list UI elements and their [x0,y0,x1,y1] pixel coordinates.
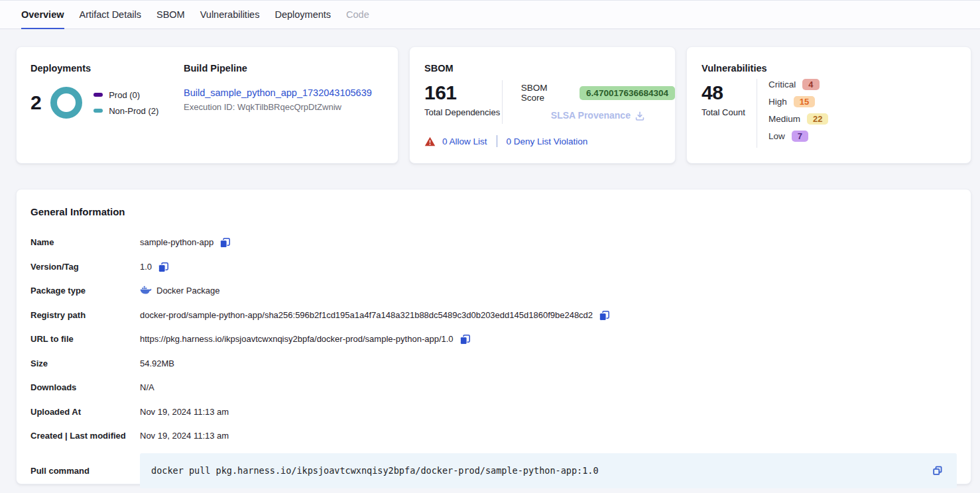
row-value: 54.92MB [140,358,174,368]
deployments-card: Deployments 2 Prod (0) Non-Prod (2) Buil… [16,46,398,164]
row-value: 1.0 [140,262,152,272]
copy-icon[interactable] [158,262,169,273]
row-label: Created | Last modified [31,431,140,441]
tab-sbom[interactable]: SBOM [156,1,185,29]
prod-legend-dot [93,93,103,97]
severity-label: Low [768,131,785,141]
tab-bar: Overview Artifact Details SBOM Vulnerabi… [0,0,980,29]
slsa-provenance-link[interactable]: SLSA Provenance [521,109,675,121]
deployments-title: Deployments [31,63,184,74]
row-label: URL to file [31,334,140,344]
sbom-total: 161 [424,82,502,104]
severity-row-high: High 15 [768,95,828,108]
row-value: docker-prod/sample-python-app/sha256:596… [140,310,593,320]
deployments-total: 2 [31,91,41,114]
severity-label: Medium [768,114,800,124]
severity-count-badge: 15 [794,96,815,107]
tab-artifact-details[interactable]: Artifact Details [80,1,141,29]
info-row-url: URL to file https://pkg.harness.io/ikpsj… [31,332,957,346]
info-row-size: Size 54.92MB [31,356,957,370]
info-row-name: Name sample-python-app [31,235,957,249]
row-label: Registry path [31,310,140,320]
row-value: Nov 19, 2024 11:13 am [140,431,229,441]
pull-command-row: Pull command docker pull pkg.harness.io/… [31,453,957,488]
sbom-links-divider [497,135,497,147]
sbom-total-label: Total Dependencies [424,107,502,117]
copy-icon[interactable] [219,237,231,248]
info-row-registry-path: Registry path docker-prod/sample-python-… [31,308,957,322]
severity-label: Critical [768,80,796,89]
severity-list: Critical 4 High 15 Medium 22 Low 7 [757,78,828,148]
legend-item-prod: Prod (0) [93,90,158,100]
allow-list-link[interactable]: 0 Allow List [442,137,487,146]
row-label: Version/Tag [31,262,140,272]
general-information-card: General Information Name sample-python-a… [16,189,971,484]
vulnerabilities-total-label: Total Count [702,107,757,117]
row-value: https://pkg.harness.io/ikpsjoavtcwxnqisy… [140,334,454,344]
info-row-uploaded-at: Uploaded At Nov 19, 2024 11:13 am [31,405,957,419]
legend-item-nonprod: Non-Prod (2) [93,106,158,116]
severity-row-medium: Medium 22 [768,112,828,125]
warning-icon [424,137,436,146]
row-label: Size [31,358,140,368]
row-value: Nov 19, 2024 11:13 am [140,407,229,417]
info-row-downloads: Downloads N/A [31,380,957,394]
build-pipeline-link[interactable]: Build_sample_python_app_1732043105639 [184,87,372,98]
row-label: Package type [31,286,140,296]
info-row-package-type: Package type Docker Package [31,284,957,298]
nonprod-legend-dot [93,109,103,113]
docker-icon [140,285,152,297]
row-label: Downloads [31,382,140,392]
sbom-score-badge: 6.470017636684304 [580,86,675,100]
severity-row-low: Low 7 [768,129,828,142]
severity-label: High [768,97,787,107]
build-pipeline-title: Build Pipeline [184,63,398,74]
severity-count-badge: 4 [802,79,819,90]
prod-legend-label: Prod (0) [109,90,140,100]
tab-code[interactable]: Code [346,1,369,29]
slsa-provenance-label: SLSA Provenance [551,110,631,121]
copy-icon[interactable] [459,334,471,345]
row-value: N/A [140,382,154,392]
severity-count-badge: 7 [792,131,808,142]
tab-overview[interactable]: Overview [21,1,64,29]
severity-row-critical: Critical 4 [768,78,828,91]
pull-command-text: docker pull pkg.harness.io/ikpsjoavtcwxn… [151,465,932,476]
vulnerabilities-title: Vulnerabilities [702,63,971,74]
tab-deployments[interactable]: Deployments [275,1,331,29]
info-row-version: Version/Tag 1.0 [31,260,957,274]
execution-id-text: Execution ID: WqkTilbBRqecQrpDtZwniw [184,102,398,112]
copy-outline-icon[interactable] [932,465,944,477]
pull-command-label: Pull command [31,466,140,476]
sbom-card: SBOM 161 Total Dependencies SBOM Score 6… [409,46,676,164]
sbom-title: SBOM [424,63,675,74]
severity-count-badge: 22 [807,113,828,125]
download-icon [635,111,645,121]
row-value: sample-python-app [140,237,214,247]
info-row-created-modified: Created | Last modified Nov 19, 2024 11:… [31,429,957,443]
vulnerabilities-card: Vulnerabilities 48 Total Count Critical … [686,46,971,164]
general-information-title: General Information [31,206,957,217]
copy-icon[interactable] [599,310,610,321]
vulnerabilities-total: 48 [702,82,757,104]
deployments-legend: Prod (0) Non-Prod (2) [93,90,158,116]
sbom-score-label: SBOM Score [521,83,573,103]
row-label: Uploaded At [31,407,140,417]
row-value: Docker Package [156,286,219,296]
pull-command-box: docker pull pkg.harness.io/ikpsjoavtcwxn… [140,453,957,488]
row-label: Name [31,237,140,247]
tab-vulnerabilities[interactable]: Vulnerabilities [200,1,260,29]
deny-list-link[interactable]: 0 Deny List Violation [507,137,588,146]
nonprod-legend-label: Non-Prod (2) [109,106,158,116]
deployments-donut-chart [50,87,82,119]
